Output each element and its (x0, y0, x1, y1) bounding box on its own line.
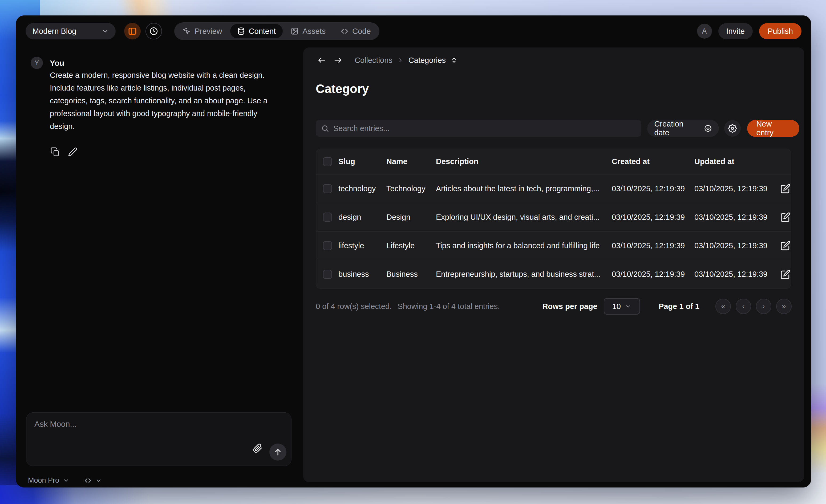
chevron-left-icon: ‹ (742, 302, 745, 311)
tab-assets[interactable]: Assets (284, 24, 333, 38)
last-page-button[interactable]: » (776, 299, 791, 314)
chat-message: Create a modern, responsive blog website… (50, 69, 279, 133)
chat-input[interactable] (26, 413, 291, 466)
breadcrumb-collections[interactable]: Collections (355, 56, 393, 65)
cell-updated-at: 03/10/2025, 12:19:39 (694, 270, 780, 278)
toggle-sidebar-button[interactable] (124, 23, 141, 40)
edit-row-button[interactable] (780, 268, 791, 280)
sort-by-creation-date-button[interactable]: Creation date (647, 120, 719, 137)
chat-sender-name: You (50, 59, 64, 68)
send-button[interactable] (270, 444, 286, 460)
table-row-technology[interactable]: technology Technology Articles about the… (316, 175, 791, 203)
table-settings-button[interactable] (724, 120, 741, 137)
row-checkbox[interactable] (323, 270, 332, 279)
avatar-initial: A (702, 27, 707, 36)
edit-row-button[interactable] (780, 240, 791, 251)
cell-name: Lifestyle (387, 241, 436, 250)
chat-composer (26, 413, 292, 466)
project-name: Modern Blog (33, 27, 76, 36)
search-input[interactable] (333, 124, 636, 133)
invite-label: Invite (726, 27, 745, 36)
row-checkbox[interactable] (323, 184, 332, 193)
cell-updated-at: 03/10/2025, 12:19:39 (694, 213, 780, 222)
page-title: Category (316, 81, 369, 96)
first-page-button[interactable]: « (715, 299, 731, 314)
cell-slug: lifestyle (338, 241, 387, 250)
cursor-click-icon (183, 27, 191, 35)
cell-description: Tips and insights for a balanced and ful… (436, 241, 612, 250)
column-header-updated-at: Updated at (694, 157, 780, 166)
chat-user-avatar: Y (31, 57, 43, 69)
cell-slug: business (338, 270, 387, 278)
table-row-design[interactable]: design Design Exploring UI/UX design, vi… (316, 203, 791, 232)
chevron-down-icon (102, 28, 109, 35)
panel-left-icon (128, 26, 137, 36)
code-icon (84, 477, 92, 484)
cell-slug: design (338, 213, 387, 222)
user-avatar[interactable]: A (697, 24, 712, 39)
database-icon (237, 27, 245, 35)
entries-table: Slug Name Description Created at Updated… (316, 149, 791, 289)
breadcrumb: Collections Categories (316, 54, 458, 66)
cell-created-at: 03/10/2025, 12:19:39 (612, 270, 694, 278)
chevrons-up-down-icon[interactable] (450, 56, 458, 64)
cell-updated-at: 03/10/2025, 12:19:39 (694, 184, 780, 193)
column-header-description: Description (436, 157, 612, 166)
tab-preview-label: Preview (194, 27, 222, 36)
rows-per-page-label: Rows per page (542, 302, 597, 311)
edit-row-button[interactable] (780, 211, 791, 223)
search-icon (321, 124, 329, 132)
history-button[interactable] (145, 23, 162, 40)
chevron-right-icon: › (762, 302, 765, 311)
table-row-business[interactable]: business Business Entrepreneurship, star… (316, 260, 791, 289)
row-checkbox[interactable] (323, 241, 332, 250)
edit-row-button[interactable] (780, 183, 791, 194)
pagination: « ‹ › » (715, 299, 791, 314)
gear-icon (728, 124, 737, 133)
tab-preview[interactable]: Preview (176, 24, 229, 38)
cell-created-at: 03/10/2025, 12:19:39 (612, 184, 694, 193)
chevron-down-icon (96, 478, 102, 484)
cell-created-at: 03/10/2025, 12:19:39 (612, 241, 694, 250)
select-all-checkbox[interactable] (323, 157, 332, 166)
rows-per-page-value: 10 (612, 302, 621, 311)
pencil-square-icon (780, 241, 790, 251)
rows-per-page-select[interactable]: 10 (604, 298, 640, 315)
attach-button[interactable] (252, 443, 263, 454)
pencil-square-icon (780, 184, 790, 194)
new-entry-button[interactable]: New entry (747, 120, 800, 137)
cell-description: Articles about the latest in tech, progr… (436, 184, 612, 193)
cell-name: Technology (387, 184, 436, 193)
arrow-down-circle-icon (704, 124, 712, 132)
copy-message-button[interactable] (50, 146, 60, 157)
table-row-lifestyle[interactable]: lifestyle Lifestyle Tips and insights fo… (316, 232, 791, 260)
tab-code[interactable]: Code (334, 24, 377, 38)
model-selector[interactable]: Moon Pro (28, 476, 69, 485)
chevron-right-icon (397, 57, 404, 63)
invite-button[interactable]: Invite (718, 23, 753, 39)
cell-description: Exploring UI/UX design, visual arts, and… (436, 213, 612, 222)
next-page-button[interactable]: › (756, 299, 771, 314)
publish-button[interactable]: Publish (759, 23, 802, 39)
tab-content[interactable]: Content (230, 24, 283, 38)
code-mode-selector[interactable] (84, 477, 102, 484)
code-icon (341, 27, 349, 35)
edit-message-button[interactable] (67, 146, 78, 157)
cell-name: Business (387, 270, 436, 278)
row-checkbox[interactable] (323, 212, 332, 222)
project-selector[interactable]: Modern Blog (25, 23, 116, 40)
topbar-right: A Invite Publish (697, 23, 802, 39)
previous-page-button[interactable]: ‹ (736, 299, 751, 314)
back-button[interactable] (316, 54, 328, 66)
forward-button[interactable] (332, 54, 344, 66)
cell-created-at: 03/10/2025, 12:19:39 (612, 213, 694, 222)
new-entry-label: New entry (756, 120, 790, 137)
publish-label: Publish (768, 27, 793, 36)
message-actions (50, 146, 78, 157)
chat-avatar-initial: Y (35, 59, 39, 67)
selected-count-text: 0 of 4 row(s) selected. (316, 302, 392, 311)
clock-icon (149, 26, 158, 36)
tab-content-label: Content (249, 27, 276, 36)
content-panel: Collections Categories Category Creation… (303, 47, 804, 482)
model-name: Moon Pro (28, 476, 59, 485)
